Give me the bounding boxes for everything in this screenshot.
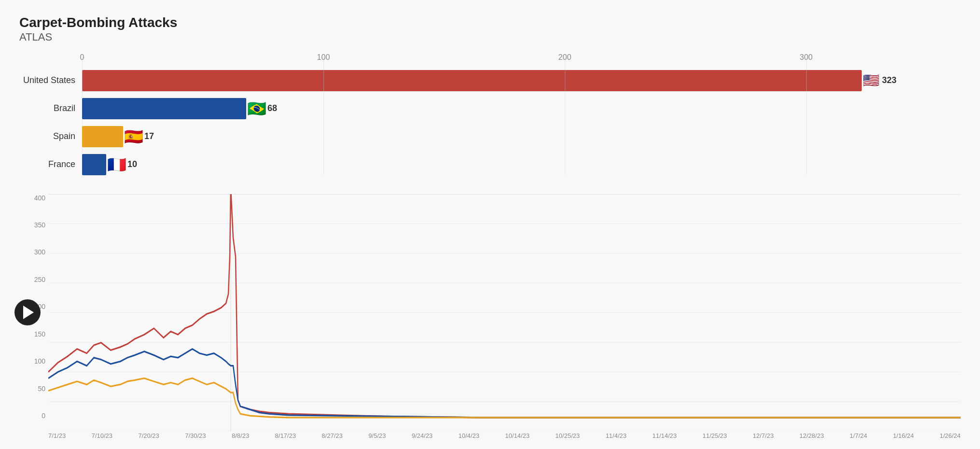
bar-label-brazil: Brazil: [19, 103, 82, 113]
x-label-11: 10/25/23: [555, 432, 580, 439]
bar-brazil: [82, 98, 246, 119]
bar-us: [82, 70, 862, 91]
flag-us: 🇺🇸: [863, 74, 880, 87]
line-spain: [48, 378, 961, 417]
bar-chart-area: 0 100 200 300 United States 🇺🇸 323 Brazi…: [19, 53, 961, 181]
bar-row-us: United States 🇺🇸 323: [19, 69, 961, 93]
x-label-8: 9/24/23: [412, 432, 433, 439]
x-label-13: 11/14/23: [652, 432, 677, 439]
x-label-16: 12/28/23: [799, 432, 824, 439]
x-label-4: 8/8/23: [232, 432, 249, 439]
x-label-14: 11/25/23: [702, 432, 727, 439]
bar-row-spain: Spain 🇪🇸 17: [19, 125, 961, 149]
bar-row-france: France 🇫🇷 10: [19, 153, 961, 177]
flag-spain: 🇪🇸: [124, 129, 143, 144]
bar-label-france: France: [19, 159, 82, 169]
x-label-6: 8/27/23: [322, 432, 342, 439]
bar-wrapper-us: 🇺🇸 323: [82, 69, 927, 93]
line-chart-container: 400 350 300 250 200 150 100 50 0: [19, 194, 961, 439]
x-label-3: 7/30/23: [185, 432, 206, 439]
flag-france: 🇫🇷: [107, 157, 126, 172]
axis-row: 0 100 200 300: [82, 53, 961, 65]
x-label-12: 11/4/23: [605, 432, 626, 439]
play-button[interactable]: [14, 299, 41, 325]
bar-spain: [82, 126, 123, 147]
bar-wrapper-france: 🇫🇷 10: [82, 153, 927, 177]
x-axis-labels: 7/1/23 7/10/23 7/20/23 7/30/23 8/8/23 8/…: [19, 432, 961, 439]
y-label-0: 0: [42, 412, 45, 420]
x-label-2: 7/20/23: [138, 432, 159, 439]
line-chart-inner: 400 350 300 250 200 150 100 50 0: [19, 194, 961, 431]
x-label-18: 1/16/24: [893, 432, 914, 439]
y-label-300: 300: [34, 248, 45, 256]
x-label-0: 7/1/23: [48, 432, 66, 439]
y-label-150: 150: [34, 330, 45, 338]
bar-label-us: United States: [19, 75, 82, 85]
bar-wrapper-brazil: 🇧🇷 68: [82, 97, 927, 121]
bar-france: [82, 154, 106, 175]
x-label-10: 10/14/23: [505, 432, 530, 439]
x-label-9: 10/4/23: [459, 432, 479, 439]
line-brazil: [48, 349, 961, 417]
play-icon: [23, 306, 34, 319]
x-label-19: 1/26/24: [939, 432, 960, 439]
y-label-400: 400: [34, 194, 45, 202]
chart-subtitle: ATLAS: [19, 31, 961, 43]
y-label-250: 250: [34, 276, 45, 283]
chart-title: Carpet-Bombing Attacks: [19, 14, 961, 31]
x-label-5: 8/17/23: [275, 432, 296, 439]
x-label-17: 1/7/24: [850, 432, 867, 439]
x-label-1: 7/10/23: [92, 432, 112, 439]
chart-svg-area: [48, 194, 961, 431]
line-us: [48, 194, 961, 418]
bar-value-brazil: 68: [267, 103, 277, 113]
bar-label-spain: Spain: [19, 131, 82, 141]
bar-row-brazil: Brazil 🇧🇷 68: [19, 97, 961, 121]
bar-value-us: 323: [882, 75, 896, 85]
y-label-100: 100: [34, 357, 45, 365]
bar-value-france: 10: [127, 159, 137, 169]
bar-value-spain: 17: [144, 131, 154, 141]
line-chart-svg: [48, 194, 961, 431]
x-label-15: 12/7/23: [753, 432, 773, 439]
y-label-350: 350: [34, 221, 45, 229]
flag-brazil: 🇧🇷: [247, 101, 266, 116]
bar-wrapper-spain: 🇪🇸 17: [82, 125, 927, 149]
y-label-50: 50: [38, 385, 45, 393]
x-label-7: 9/5/23: [368, 432, 386, 439]
